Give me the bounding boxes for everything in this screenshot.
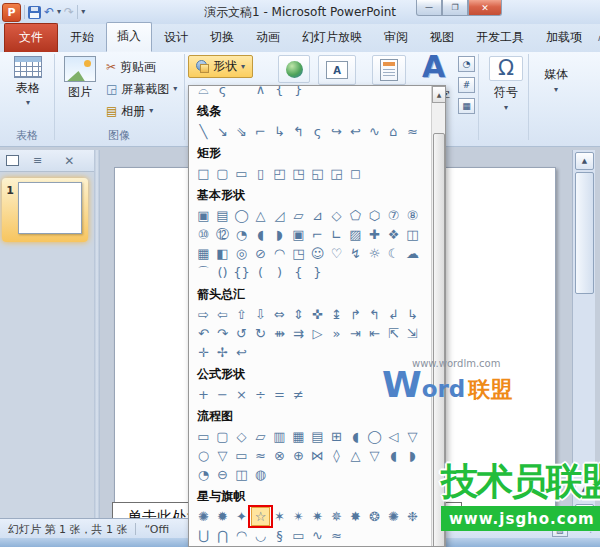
shape-cell[interactable]: ⇕ — [289, 305, 308, 324]
shape-cell[interactable]: ▣ — [289, 225, 308, 244]
shape-cell[interactable]: ∿ — [365, 122, 384, 141]
shape-cell[interactable]: ⇉ — [289, 324, 308, 343]
shape-cell[interactable]: ⬠ — [346, 206, 365, 225]
shape-cell[interactable]: ⇨ — [194, 305, 213, 324]
shape-cell[interactable]: ☺ — [308, 244, 327, 263]
shape-cell[interactable]: ▱ — [289, 206, 308, 225]
shape-cell[interactable]: ◱ — [308, 164, 327, 183]
shape-cell[interactable]: □ — [194, 164, 213, 183]
powerpoint-logo-icon[interactable]: P — [2, 3, 21, 22]
shape-cell[interactable]: ▦ — [289, 427, 308, 446]
shape-cell[interactable]: ♡ — [327, 244, 346, 263]
shape-cell[interactable]: ⌓ — [194, 85, 213, 99]
customize-toolbar-icon[interactable]: ▾ — [81, 8, 85, 16]
shape-cell[interactable]: ↘ — [213, 122, 232, 141]
tab-7[interactable]: 幻灯片放映 — [292, 24, 372, 52]
shape-cell[interactable]: ◖ — [251, 225, 270, 244]
collapse-ribbon-icon[interactable]: ∧ — [593, 32, 600, 44]
shape-cell[interactable]: ◰ — [270, 164, 289, 183]
shape-cell[interactable]: ⊕ — [289, 446, 308, 465]
shape-cell[interactable]: △ — [346, 446, 365, 465]
shape-cell[interactable]: ▭ — [232, 446, 251, 465]
shape-cell[interactable]: ⋃ — [194, 526, 213, 545]
shape-cell[interactable]: ⌒ — [194, 263, 213, 282]
date-time-icon[interactable]: ◔ — [458, 56, 475, 72]
shape-cell[interactable]: ⇥ — [346, 324, 365, 343]
shape-cell-selected-star[interactable]: ☆ — [251, 507, 270, 526]
shape-cell[interactable]: ∟ — [327, 225, 346, 244]
shape-cell[interactable]: ⇔ — [270, 305, 289, 324]
view-button-icon[interactable]: ▨ — [552, 523, 568, 537]
shape-cell[interactable]: ▭ — [194, 427, 213, 446]
tab-3[interactable]: 插入 — [106, 22, 152, 52]
shape-cell[interactable]: ⇤ — [365, 324, 384, 343]
shape-cell[interactable]: ◠ — [232, 526, 251, 545]
shape-cell[interactable]: ⌐ — [251, 122, 270, 141]
shape-cell[interactable]: ✷ — [308, 507, 327, 526]
shape-cell[interactable]: = — [270, 385, 289, 404]
shape-cell[interactable]: ⊖ — [213, 465, 232, 484]
media-group-button[interactable]: 媒体 ▾ — [532, 56, 580, 94]
shape-cell[interactable]: ⌒ — [232, 85, 251, 99]
shape-cell[interactable]: ▷ — [308, 324, 327, 343]
shape-cell[interactable]: ↲ — [384, 305, 403, 324]
shape-cell[interactable]: ◍ — [251, 465, 270, 484]
shape-cell[interactable]: ↺ — [232, 324, 251, 343]
shape-cell[interactable]: ⇱ — [384, 324, 403, 343]
shape-cell[interactable]: ⬡ — [365, 206, 384, 225]
shape-cell[interactable]: ↳ — [270, 122, 289, 141]
undo-dropdown-icon[interactable]: ▾ — [57, 8, 61, 16]
shape-cell[interactable]: ⑫ — [213, 225, 232, 244]
shape-cell[interactable]: ✛ — [194, 343, 213, 362]
slide-thumbnail-selected[interactable]: 1 — [2, 178, 88, 242]
shape-cell[interactable]: ↷ — [213, 324, 232, 343]
shape-cell[interactable]: ❂ — [365, 507, 384, 526]
shape-cell[interactable]: ✸ — [346, 507, 365, 526]
vertical-scrollbar[interactable]: ▲ ▲ ▼ — [572, 150, 595, 518]
close-button[interactable]: ✕ — [468, 0, 502, 16]
shape-cell[interactable]: ↱ — [346, 305, 365, 324]
tab-9[interactable]: 视图 — [420, 24, 464, 52]
shape-cell[interactable]: ▱ — [251, 427, 270, 446]
shape-cell[interactable]: × — [232, 385, 251, 404]
shape-cell[interactable]: ▭ — [289, 526, 308, 545]
shape-cell[interactable]: ◠ — [270, 244, 289, 263]
shape-cell[interactable]: {} — [232, 263, 251, 282]
shape-cell[interactable]: ↳ — [403, 305, 422, 324]
shapes-button[interactable]: 形状 ▾ — [188, 55, 253, 78]
shape-cell[interactable]: ) — [270, 263, 289, 282]
shape-cell[interactable]: ⇲ — [403, 324, 422, 343]
tab-5[interactable]: 切换 — [200, 24, 244, 52]
shape-cell[interactable]: ▨ — [346, 225, 365, 244]
shape-cell[interactable]: ⋈ — [308, 446, 327, 465]
shape-cell[interactable]: ❉ — [403, 507, 422, 526]
shape-cell[interactable]: ✵ — [327, 507, 346, 526]
shape-cell[interactable]: ◎ — [232, 244, 251, 263]
tab-11[interactable]: 加载项 — [536, 24, 592, 52]
shape-cell[interactable]: ◧ — [213, 244, 232, 263]
shape-cell[interactable]: ◲ — [327, 164, 346, 183]
shape-cell[interactable]: ⊞ — [327, 427, 346, 446]
shape-cell[interactable]: } — [308, 263, 327, 282]
redo-icon[interactable]: ↷ — [64, 6, 74, 18]
textbox-button[interactable]: A — [318, 55, 356, 85]
shape-cell[interactable]: ✢ — [213, 343, 232, 362]
clipart-button[interactable]: ✂ 剪贴画 — [106, 58, 156, 76]
shape-cell[interactable]: () — [213, 263, 232, 282]
shape-cell[interactable]: ς — [213, 85, 232, 99]
shape-cell[interactable]: ∧ — [251, 85, 270, 99]
undo-icon[interactable]: ↶ — [44, 6, 54, 18]
shape-cell[interactable]: ⇦ — [213, 305, 232, 324]
tab-4[interactable]: 设计 — [154, 24, 198, 52]
shape-cell[interactable]: ◯ — [232, 206, 251, 225]
shape-cell[interactable]: ⋂ — [213, 526, 232, 545]
shape-cell[interactable]: { — [289, 263, 308, 282]
shape-cell[interactable]: ◻ — [346, 164, 365, 183]
shape-cell[interactable]: » — [327, 324, 346, 343]
shape-cell[interactable]: ▽ — [213, 446, 232, 465]
previous-slide-button[interactable]: ▲ — [575, 480, 594, 498]
shape-cell[interactable]: ↩ — [346, 122, 365, 141]
shape-cell[interactable]: ⇘ — [232, 122, 251, 141]
picture-button[interactable]: 图片 — [58, 56, 102, 101]
shape-cell[interactable]: ▢ — [213, 164, 232, 183]
